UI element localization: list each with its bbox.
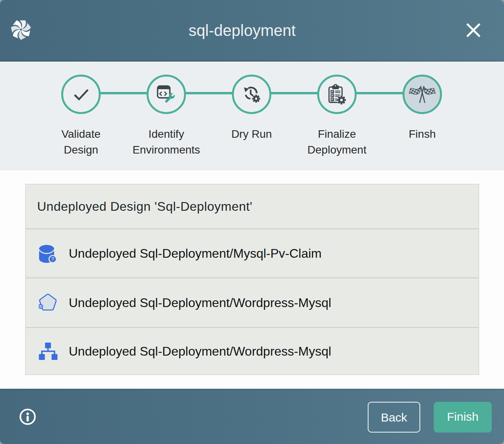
svg-text:?: ? bbox=[51, 257, 54, 262]
